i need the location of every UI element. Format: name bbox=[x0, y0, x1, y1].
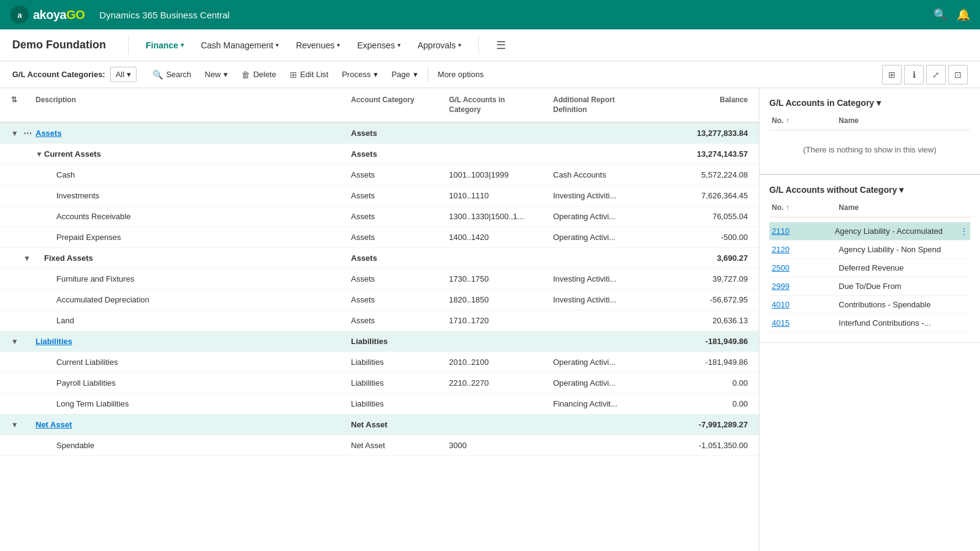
balance-cell: -181,949.86 bbox=[672, 334, 752, 348]
account-category-cell: Assets bbox=[347, 168, 445, 182]
table-row[interactable]: Cash Assets 1001..1003|1999 Cash Account… bbox=[0, 165, 759, 186]
row-expand-cell bbox=[7, 360, 32, 365]
expand-icon[interactable]: ▼ bbox=[23, 254, 31, 263]
menu-item-finance[interactable]: Finance ▾ bbox=[138, 37, 191, 54]
chevron-down-icon: ▾ bbox=[337, 42, 340, 48]
chevron-down-icon: ▾ bbox=[458, 42, 461, 48]
logo[interactable]: a akoyaGO bbox=[10, 5, 85, 24]
search-button[interactable]: 🔍 Search bbox=[146, 67, 197, 83]
new-button[interactable]: New ▾ bbox=[198, 67, 234, 82]
chevron-down-icon: ▾ bbox=[374, 70, 378, 79]
panel-list-item[interactable]: 4010 Contributions - Spendable bbox=[769, 296, 970, 314]
gl-accounts-cell: 1820..1850 bbox=[445, 293, 549, 307]
row-expand-cell bbox=[7, 298, 32, 302]
account-category-cell: Assets bbox=[347, 126, 445, 140]
bell-icon[interactable]: 🔔 bbox=[957, 8, 970, 21]
table-row[interactable]: Prepaid Expenses Assets 1400..1420 Opera… bbox=[0, 227, 759, 248]
row-expand-cell bbox=[7, 402, 32, 407]
filter-icon-button[interactable]: ⊞ bbox=[882, 65, 902, 84]
process-button[interactable]: Process ▾ bbox=[336, 67, 384, 82]
panel-list-item[interactable]: 2110 Agency Liability - Accumulated ⋮ bbox=[769, 222, 970, 241]
account-category-cell: Assets bbox=[347, 189, 445, 203]
menu-item-cash-management[interactable]: Cash Management ▾ bbox=[194, 37, 286, 54]
delete-button[interactable]: 🗑 Delete bbox=[235, 67, 282, 83]
panel-no-cell[interactable]: 2999 bbox=[769, 279, 836, 293]
description-cell: Assets bbox=[32, 126, 347, 140]
table-row[interactable]: Current Liabilities Liabilities 2010..21… bbox=[0, 352, 759, 373]
page-button[interactable]: Page ▾ bbox=[385, 67, 423, 82]
additional-report-cell: Operating Activi... bbox=[549, 355, 672, 369]
table-row[interactable]: Long Term Liabilities Liabilities Financ… bbox=[0, 394, 759, 414]
menu-item-revenues[interactable]: Revenues ▾ bbox=[288, 37, 347, 54]
panel-table-header: No. ↑ Name bbox=[769, 115, 970, 130]
link-icon-button[interactable]: ⤢ bbox=[926, 65, 946, 84]
balance-cell: 13,277,833.84 bbox=[672, 126, 752, 140]
panel-no-cell[interactable]: 4015 bbox=[769, 316, 836, 330]
panel-no-cell[interactable]: 2110 bbox=[769, 224, 832, 238]
description-cell: Accounts Receivable bbox=[32, 209, 347, 223]
panel-col-no: No. ↑ bbox=[769, 115, 836, 126]
account-category-cell: Liabilities bbox=[347, 334, 445, 348]
search-icon: 🔍 bbox=[153, 70, 163, 80]
table-row[interactable]: Accumulated Depreciation Assets 1820..18… bbox=[0, 290, 759, 310]
gl-accounts-cell: 1400..1420 bbox=[445, 230, 549, 244]
table-row[interactable]: ▼ Net Asset Net Asset -7,991,289.27 bbox=[0, 414, 759, 435]
additional-report-cell bbox=[549, 131, 672, 136]
table-row[interactable]: ▼ ⋯ Assets Assets 13,277,833.84 bbox=[0, 123, 759, 144]
gl-accounts-cell bbox=[445, 131, 549, 136]
balance-cell: -56,672.95 bbox=[672, 293, 752, 307]
row-expand-cell: ▼ bbox=[7, 147, 32, 161]
table-row[interactable]: Furniture and Fixtures Assets 1730..1750… bbox=[0, 269, 759, 290]
top-navigation: a akoyaGO Dynamics 365 Business Central … bbox=[0, 0, 980, 29]
chevron-down-icon: ▾ bbox=[413, 70, 418, 79]
table-row[interactable]: Land Assets 1710..1720 20,636.13 bbox=[0, 310, 759, 331]
table-row[interactable]: Payroll Liabilities Liabilities 2210..22… bbox=[0, 373, 759, 394]
table-row[interactable]: Accounts Receivable Assets 1300..1330|15… bbox=[0, 206, 759, 227]
panel-col-no-2: No. ↑ bbox=[769, 202, 836, 213]
menu-item-approvals[interactable]: Approvals ▾ bbox=[410, 37, 469, 54]
additional-report-cell: Financing Activit... bbox=[549, 397, 672, 411]
additional-report-cell bbox=[549, 443, 672, 448]
expand-icon[interactable]: ▼ bbox=[11, 129, 18, 138]
row-expand-cell: ▼ bbox=[7, 418, 32, 432]
balance-cell: 0.00 bbox=[672, 376, 752, 390]
panel-list-item[interactable]: 2999 Due To/Due From bbox=[769, 277, 970, 296]
col-header-additional-report: Additional ReportDefinition bbox=[549, 93, 672, 117]
additional-report-cell bbox=[549, 256, 672, 261]
panel-list-item[interactable]: 2120 Agency Liability - Non Spend bbox=[769, 241, 970, 259]
hamburger-menu-icon[interactable]: ☰ bbox=[496, 39, 506, 52]
app-title: Dynamics 365 Business Central bbox=[99, 10, 230, 20]
expand-icon[interactable]: ▼ bbox=[11, 337, 18, 346]
menu-item-expenses[interactable]: Expenses ▾ bbox=[350, 37, 407, 54]
table-row[interactable]: ▼ Current Assets Assets 13,274,143.57 bbox=[0, 144, 759, 165]
panel-no-cell[interactable]: 2120 bbox=[769, 242, 836, 257]
edit-list-button[interactable]: ⊞ Edit List bbox=[284, 67, 334, 83]
table-row[interactable]: Spendable Net Asset 3000 -1,051,350.00 bbox=[0, 435, 759, 456]
row-context-menu[interactable]: ⋯ bbox=[23, 127, 32, 140]
col-header-account-category: Account Category bbox=[347, 93, 445, 117]
table-row[interactable]: ▼ Fixed Assets Assets 3,690.27 bbox=[0, 248, 759, 269]
panel-no-cell[interactable]: 2500 bbox=[769, 261, 836, 275]
panel-list-item[interactable]: 4015 Interfund Contributions -... bbox=[769, 314, 970, 332]
chevron-down-icon: ▾ bbox=[224, 70, 228, 79]
balance-cell: 39,727.09 bbox=[672, 272, 752, 286]
panel-list-item[interactable]: 2500 Deferred Revenue bbox=[769, 259, 970, 277]
panel-no-cell[interactable]: 4010 bbox=[769, 298, 836, 312]
gl-accounts-cell bbox=[445, 256, 549, 261]
panel-name-cell: Contributions - Spendable bbox=[836, 298, 970, 312]
table-row[interactable]: Investments Assets 1010..1110 Investing … bbox=[0, 186, 759, 206]
info-icon-button[interactable]: ℹ bbox=[904, 65, 924, 84]
search-icon[interactable]: 🔍 bbox=[933, 8, 947, 21]
expand-icon-button[interactable]: ⊡ bbox=[948, 65, 968, 84]
table-row[interactable]: ▼ Liabilities Liabilities -181,949.86 bbox=[0, 331, 759, 352]
additional-report-cell: Operating Activi... bbox=[549, 230, 672, 244]
balance-cell: 3,690.27 bbox=[672, 251, 752, 265]
balance-cell: -1,051,350.00 bbox=[672, 438, 752, 452]
more-options-button[interactable]: More options bbox=[432, 67, 490, 82]
expand-icon[interactable]: ▼ bbox=[11, 421, 18, 429]
panel-title: G/L Accounts in Category ▾ bbox=[769, 98, 970, 108]
col-header-expand: ⇅ bbox=[7, 93, 32, 117]
filter-dropdown[interactable]: All ▾ bbox=[110, 67, 137, 82]
row-context-menu[interactable]: ⋮ bbox=[958, 225, 970, 238]
row-expand-cell bbox=[7, 214, 32, 219]
